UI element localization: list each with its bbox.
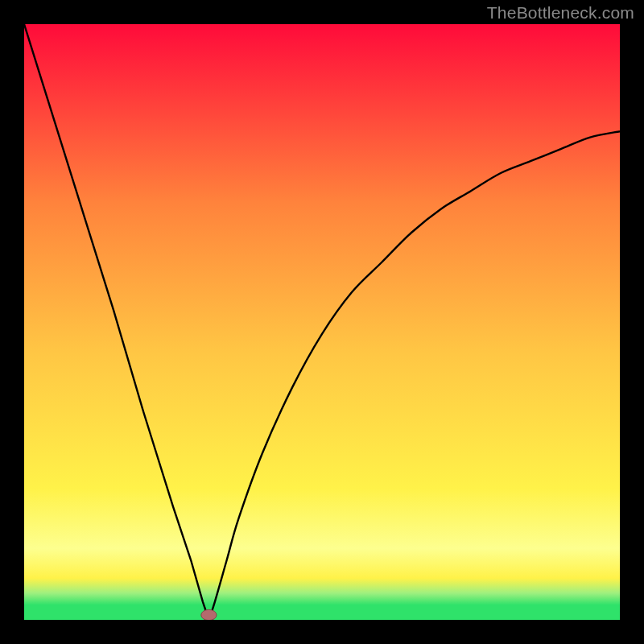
gradient-background [24,24,620,620]
minimum-marker-dot [201,609,217,620]
plot-area [24,24,620,620]
chart-frame: TheBottleneck.com [0,0,644,644]
chart-svg [24,24,620,620]
attribution-text: TheBottleneck.com [487,3,634,23]
